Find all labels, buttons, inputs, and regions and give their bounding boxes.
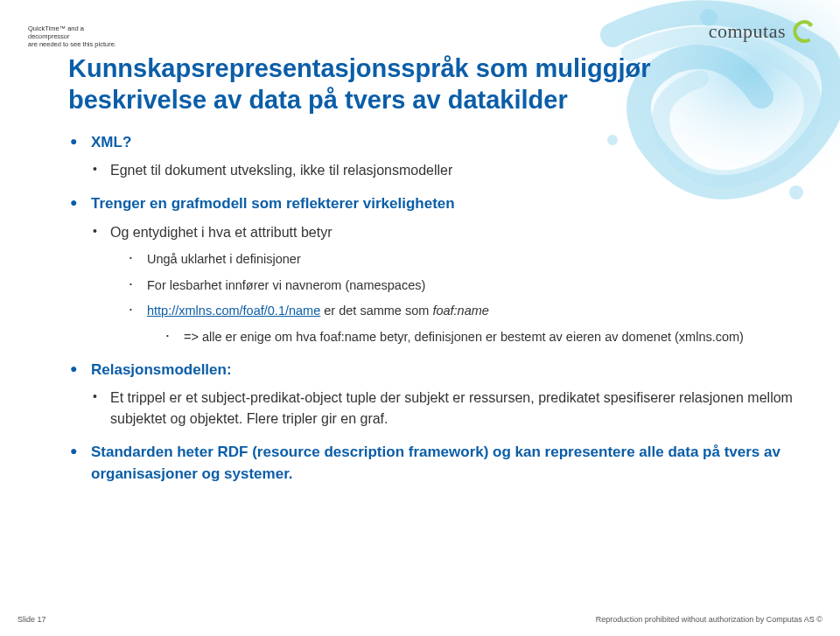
logo: computas [709,19,816,44]
note-line-2: decompressor [28,32,116,40]
bullet-trippel: Et trippel er et subject-predikat-object… [68,388,805,430]
copyright: Reproduction prohibited without authoriz… [596,615,822,624]
bullet-rdf: Standarden heter RDF (resource descripti… [68,442,805,485]
bullet-foaf: http://xmlns.com/foaf/0.1/name er det sa… [68,302,805,347]
slide-title: Kunnskapsrepresentasjonsspråk som muligg… [68,52,805,116]
bullet-namespaces: For lesbarhet innfører vi navnerom (name… [68,276,805,296]
bullet-uklarhet-text: Ungå uklarhet i definisjoner [147,252,301,266]
bullet-namespaces-text: For lesbarhet innfører vi navnerom (name… [147,278,425,292]
foaf-link: http://xmlns.com/foaf/0.1/name [147,304,320,318]
bullet-relasjonsmodellen-text: Relasjonsmodellen: [91,361,232,378]
bullet-foaf-sub: => alle er enige om hva foaf:name betyr,… [68,328,805,347]
bullet-xml-sub: Egnet til dokument utveksling, ikke til … [68,160,805,181]
logo-icon [791,19,816,44]
bullet-list: XML? Egnet til dokument utveksling, ikke… [68,132,805,486]
title-line-1: Kunnskapsrepresentasjonsspråk som muligg… [68,54,651,82]
bullet-entydighet-text: Og entydighet i hva et attributt betyr [110,225,332,240]
logo-text: computas [709,20,786,43]
note-line-1: QuickTime™ and a [28,24,116,32]
bullet-entydighet: Og entydighet i hva et attributt betyr U… [68,222,805,347]
slide-content: Kunnskapsrepresentasjonsspråk som muligg… [68,52,805,498]
slide-number: Slide 17 [18,615,46,624]
decompressor-note: QuickTime™ and a decompressor are needed… [28,24,116,48]
bullet-trippel-text: Et trippel er et subject-predikat-object… [110,390,793,426]
bullet-xml-text: XML? [91,134,131,150]
bullet-uklarhet: Ungå uklarhet i definisjoner [68,250,805,269]
bullet-grafmodell-text: Trenger en grafmodell som reflekterer vi… [91,195,455,212]
svg-point-5 [808,23,813,27]
bullet-grafmodell: Trenger en grafmodell som reflekterer vi… [68,193,805,347]
bullet-relasjonsmodellen: Relasjonsmodellen: Et trippel er et subj… [68,360,805,430]
foaf-rest: er det samme som [320,304,432,318]
bullet-xml-sub-text: Egnet til dokument utveksling, ikke til … [110,163,452,178]
note-line-3: are needed to see this picture. [28,40,116,48]
bullet-xml: XML? Egnet til dokument utveksling, ikke… [68,132,805,182]
bullet-foaf-sub-text: => alle er enige om hva foaf:name betyr,… [184,330,744,344]
foaf-em: foaf:name [432,304,489,318]
title-line-2: beskrivelse av data på tvers av datakild… [68,86,568,114]
bullet-rdf-text: Standarden heter RDF (resource descripti… [91,444,780,482]
